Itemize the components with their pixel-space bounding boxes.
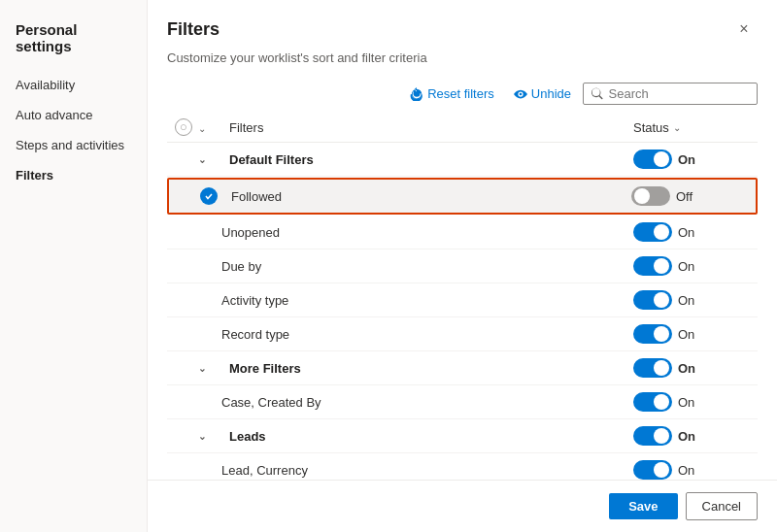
toggle-track[interactable] xyxy=(633,324,672,344)
due-by-toggle[interactable]: On xyxy=(633,256,750,276)
toggle-label: On xyxy=(678,293,701,308)
toggle-knob xyxy=(654,151,669,167)
sidebar-item-filters[interactable]: Filters xyxy=(0,160,147,190)
reset-filters-label: Reset filters xyxy=(427,86,494,101)
table-row: Record type On xyxy=(167,317,758,351)
collapse-icon[interactable]: ⌄ xyxy=(198,363,206,374)
filters-col-header: Filters xyxy=(229,120,633,135)
dialog-title: Filters xyxy=(167,19,220,40)
sidebar-title: Personal settings xyxy=(0,12,147,70)
sidebar: Personal settings Availability Auto adva… xyxy=(0,0,148,532)
table-row: Due by On xyxy=(167,249,758,283)
chevron-down-icon: ⌄ xyxy=(198,123,206,134)
toggle-track[interactable] xyxy=(633,426,672,446)
unhide-button[interactable]: Unhide xyxy=(506,83,579,105)
case-created-by-toggle[interactable]: On xyxy=(633,392,750,412)
dialog-subtitle: Customize your worklist's sort and filte… xyxy=(148,47,777,77)
save-button[interactable]: Save xyxy=(609,493,677,519)
search-input[interactable] xyxy=(609,86,749,101)
main-content: Filters × Customize your worklist's sort… xyxy=(148,0,777,532)
due-by-label: Due by xyxy=(221,259,633,274)
unhide-label: Unhide xyxy=(531,86,571,101)
table-row: Lead, Currency On xyxy=(167,453,758,480)
toggle-track[interactable] xyxy=(633,256,672,276)
collapse-icon[interactable]: ⌄ xyxy=(198,154,206,165)
table-row: ⌄ Leads On xyxy=(167,419,758,453)
table-row: Unopened On xyxy=(167,216,758,249)
toggle-label: On xyxy=(678,259,701,274)
toggle-label: On xyxy=(678,463,701,478)
toggle-label: On xyxy=(678,152,701,167)
window: Personal settings Availability Auto adva… xyxy=(0,0,777,532)
table-row: ⌄ More Filters On xyxy=(167,351,758,385)
eye-icon xyxy=(514,87,527,101)
toggle-knob xyxy=(654,292,669,308)
toggle-track[interactable] xyxy=(633,392,672,412)
leads-label: Leads xyxy=(229,429,633,444)
toggle-label: On xyxy=(678,225,701,240)
more-filters-toggle[interactable]: On xyxy=(633,358,750,378)
status-sort-icon[interactable]: ⌄ xyxy=(673,122,681,133)
toggle-label: On xyxy=(678,327,701,342)
default-filters-toggle[interactable]: On xyxy=(633,150,750,169)
reset-icon xyxy=(410,87,423,101)
sidebar-item-steps[interactable]: Steps and activities xyxy=(0,130,147,160)
toggle-label: Off xyxy=(676,189,699,204)
toolbar: Reset filters Unhide xyxy=(148,77,777,113)
table-row: Followed Off xyxy=(167,178,758,215)
toggle-track[interactable] xyxy=(633,290,672,310)
toggle-track[interactable] xyxy=(633,222,672,242)
record-type-label: Record type xyxy=(221,327,633,342)
sidebar-item-auto-advance[interactable]: Auto advance xyxy=(0,100,147,130)
activity-type-toggle[interactable]: On xyxy=(633,290,750,310)
collapse-icon[interactable]: ⌄ xyxy=(198,431,206,442)
toggle-knob xyxy=(654,224,669,240)
check-col: ⌄ xyxy=(198,120,229,135)
case-created-by-label: Case, Created By xyxy=(221,395,633,410)
toggle-label: On xyxy=(678,395,701,410)
toggle-knob xyxy=(634,188,650,204)
cancel-button[interactable]: Cancel xyxy=(686,492,758,520)
sidebar-item-availability[interactable]: Availability xyxy=(0,70,147,100)
lead-currency-toggle[interactable]: On xyxy=(633,460,750,480)
table-header: ○ ⌄ Filters Status ⌄ xyxy=(167,113,758,143)
toggle-track[interactable] xyxy=(633,460,672,480)
unopened-toggle[interactable]: On xyxy=(633,222,750,242)
close-button[interactable]: × xyxy=(730,16,758,43)
record-type-toggle[interactable]: On xyxy=(633,324,750,344)
table-row: Case, Created By On xyxy=(167,385,758,419)
followed-label: Followed xyxy=(231,189,631,204)
expand-col: ○ xyxy=(175,118,198,136)
toggle-track[interactable] xyxy=(631,186,670,206)
check-circle-icon xyxy=(200,187,218,205)
search-box[interactable] xyxy=(583,83,758,105)
toggle-track[interactable] xyxy=(633,358,672,378)
status-col-header: Status ⌄ xyxy=(633,120,750,135)
default-filters-label: Default Filters xyxy=(229,152,633,167)
toggle-label: On xyxy=(678,429,701,444)
followed-toggle[interactable]: Off xyxy=(631,186,748,206)
toggle-knob xyxy=(654,428,669,444)
leads-toggle[interactable]: On xyxy=(633,426,750,446)
table-row: ⌄ Default Filters On xyxy=(167,143,758,177)
toggle-knob xyxy=(654,258,669,274)
unopened-label: Unopened xyxy=(221,225,633,240)
toggle-label: On xyxy=(678,361,701,376)
table-row: Activity type On xyxy=(167,283,758,317)
toggle-track[interactable] xyxy=(633,150,672,169)
filters-table: ○ ⌄ Filters Status ⌄ ⌄ Default Filters xyxy=(148,113,777,480)
more-filters-label: More Filters xyxy=(229,361,633,376)
dialog-header: Filters × xyxy=(148,0,777,47)
reset-filters-button[interactable]: Reset filters xyxy=(402,83,502,105)
toggle-knob xyxy=(654,326,669,342)
toggle-knob xyxy=(654,394,669,410)
activity-type-label: Activity type xyxy=(221,293,633,308)
toggle-knob xyxy=(654,360,669,376)
lead-currency-label: Lead, Currency xyxy=(221,463,633,478)
search-icon xyxy=(591,87,603,100)
toggle-knob xyxy=(654,462,669,478)
footer: Save Cancel xyxy=(148,480,777,532)
